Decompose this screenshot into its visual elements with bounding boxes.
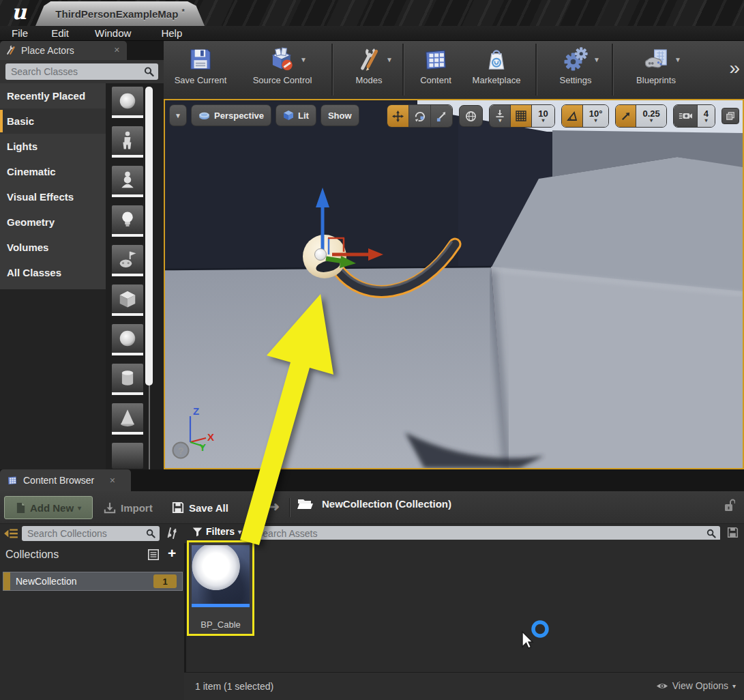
actor-thumbnail-cube-icon[interactable] <box>112 285 143 316</box>
sources-toggle-icon[interactable] <box>3 527 18 542</box>
actor-thumbnail-player-start-icon[interactable] <box>112 245 143 276</box>
rotate-tool-button[interactable] <box>409 105 431 127</box>
grid-snap-toggle-button[interactable] <box>511 105 532 127</box>
viewport-toolbar-right: ▾ 10 ▾ 10° ▾ <box>387 104 739 128</box>
actor-thumbnail-sphere-icon[interactable] <box>112 87 143 118</box>
collections-title: Collections <box>5 549 59 561</box>
menu-edit[interactable]: Edit <box>41 27 79 39</box>
settings-gear-icon: ▼ <box>562 45 589 74</box>
show-button[interactable]: Show <box>321 104 359 126</box>
asset-tile-bp-cable[interactable]: BP_Cable <box>187 540 254 636</box>
settings-dropdown-caret[interactable]: ▼ <box>593 56 600 63</box>
save-all-button[interactable]: Save All <box>172 497 228 518</box>
breadcrumb-forward-arrow-icon[interactable]: ➜ <box>269 499 280 514</box>
marketplace-button[interactable]: Marketplace <box>465 45 528 94</box>
translate-tool-button[interactable] <box>387 105 409 127</box>
viewport-help-icon[interactable]: ? <box>173 443 189 458</box>
category-geometry[interactable]: Geometry <box>0 209 106 235</box>
asset-grid[interactable]: BP_Cable <box>186 540 744 672</box>
view-options-button[interactable]: View Options ▾ <box>656 680 736 691</box>
category-cinematic[interactable]: Cinematic <box>0 159 106 184</box>
actor-thumbnail-cone-icon[interactable] <box>112 403 143 435</box>
breadcrumb[interactable]: NewCollection (Collection) <box>297 497 451 510</box>
category-basic[interactable]: Basic <box>0 108 106 134</box>
content-browser-tab[interactable]: Content Browser ✕ <box>0 469 131 491</box>
blueprints-button[interactable]: ▼ Blueprints <box>619 45 693 94</box>
view-options-label: View Options <box>672 680 728 691</box>
collection-count-badge: 1 <box>153 574 177 588</box>
save-search-icon[interactable] <box>727 527 739 541</box>
close-icon[interactable]: ✕ <box>109 476 115 485</box>
category-label: Cinematic <box>7 166 56 177</box>
scale-snap-toggle-button[interactable] <box>616 105 636 127</box>
modes-label: Modes <box>355 75 382 85</box>
scale-tool-button[interactable] <box>431 105 452 127</box>
world-local-toggle-button[interactable] <box>459 105 483 127</box>
perspective-button[interactable]: Perspective <box>191 104 271 126</box>
collection-filter-sliders-icon[interactable] <box>165 527 179 542</box>
actor-thumbnail-pawn-icon[interactable] <box>112 166 143 197</box>
category-label: Lights <box>7 141 38 152</box>
svg-text:?: ? <box>177 445 183 456</box>
content-button[interactable]: Content <box>408 45 464 94</box>
source-control-dropdown-caret[interactable]: ▼ <box>300 56 307 63</box>
grid-snap-value-button[interactable]: 10 ▾ <box>532 105 554 127</box>
actor-thumbnail-sphere-icon[interactable] <box>112 324 143 355</box>
modes-dropdown-caret[interactable]: ▼ <box>386 56 393 63</box>
actor-thumbnail-point-light-icon[interactable] <box>112 205 143 237</box>
collections-list-icon[interactable] <box>147 549 160 564</box>
unlock-icon[interactable] <box>723 498 735 516</box>
category-all-classes[interactable]: All Classes <box>0 260 106 285</box>
new-asset-icon <box>16 502 26 514</box>
category-lights[interactable]: Lights <box>0 134 106 159</box>
search-collections-input[interactable] <box>22 526 160 541</box>
gizmo-origin-ball[interactable] <box>315 249 327 261</box>
camera-speed-button[interactable] <box>674 105 698 127</box>
search-classes-input[interactable] <box>5 63 158 80</box>
viewport-options-dropdown[interactable]: ▼ <box>169 104 187 126</box>
actor-thumbnail-cylinder-icon[interactable] <box>112 364 143 395</box>
add-collection-button[interactable]: + <box>168 545 176 562</box>
actor-thumbnail-mannequin-icon[interactable] <box>112 126 143 158</box>
menu-window[interactable]: Window <box>85 27 141 39</box>
save-current-button[interactable]: Save Current <box>166 45 235 94</box>
thumbnail-scrollbar[interactable] <box>145 87 153 385</box>
rotation-snap-toggle-button[interactable] <box>562 105 583 127</box>
blueprints-dropdown-caret[interactable]: ▼ <box>674 56 681 63</box>
lit-mode-button[interactable]: Lit <box>276 104 316 126</box>
filters-button[interactable]: Filters ▾ <box>192 526 241 537</box>
surface-snapping-button[interactable]: ▾ <box>490 105 511 127</box>
source-control-button[interactable]: ▼ Source Control <box>237 45 327 94</box>
modes-button[interactable]: ▼ Modes <box>338 45 400 94</box>
perspective-label: Perspective <box>214 111 264 121</box>
actor-thumbnail-partial[interactable] <box>112 443 143 469</box>
camera-speed-value-button[interactable]: 4 ▾ <box>698 105 715 127</box>
viewport-canvas[interactable]: Z X Y ? ▼ Perspective Lit Show <box>164 99 744 469</box>
add-new-label: Add New <box>30 502 74 514</box>
category-visual-effects[interactable]: Visual Effects <box>0 184 106 209</box>
add-new-button[interactable]: Add New ▾ <box>4 496 93 519</box>
blueprints-label: Blueprints <box>636 75 676 85</box>
maximize-viewport-button[interactable] <box>721 108 739 124</box>
search-assets-input[interactable] <box>251 526 720 541</box>
toolbar-overflow-chevron[interactable]: » <box>729 57 740 79</box>
place-actors-tab[interactable]: Place Actors ✕ <box>0 41 127 60</box>
settings-button[interactable]: ▼ Settings <box>543 45 608 94</box>
scale-snap-value-button[interactable]: 0.25 ▾ <box>636 105 666 127</box>
place-actors-thumbnails <box>106 83 164 469</box>
lit-label: Lit <box>298 111 309 121</box>
view-options-caret: ▾ <box>732 682 736 690</box>
level-tab-title: ThirdPersonExampleMap <box>55 8 178 20</box>
import-button[interactable]: Import <box>104 497 153 518</box>
close-icon[interactable]: ✕ <box>114 46 120 55</box>
menu-help[interactable]: Help <box>151 27 192 39</box>
category-recently-placed[interactable]: Recently Placed <box>0 83 106 108</box>
category-volumes[interactable]: Volumes <box>0 235 106 260</box>
thumbnail-scroll-track <box>149 385 150 469</box>
menu-file[interactable]: File <box>1 27 38 39</box>
titlebar: u ThirdPersonExampleMap * <box>0 0 744 26</box>
collection-item-newcollection[interactable]: NewCollection 1 <box>3 572 183 591</box>
level-tab[interactable]: ThirdPersonExampleMap * <box>35 1 205 26</box>
search-icon <box>706 529 716 538</box>
rotation-snap-value-button[interactable]: 10° ▾ <box>583 105 609 127</box>
